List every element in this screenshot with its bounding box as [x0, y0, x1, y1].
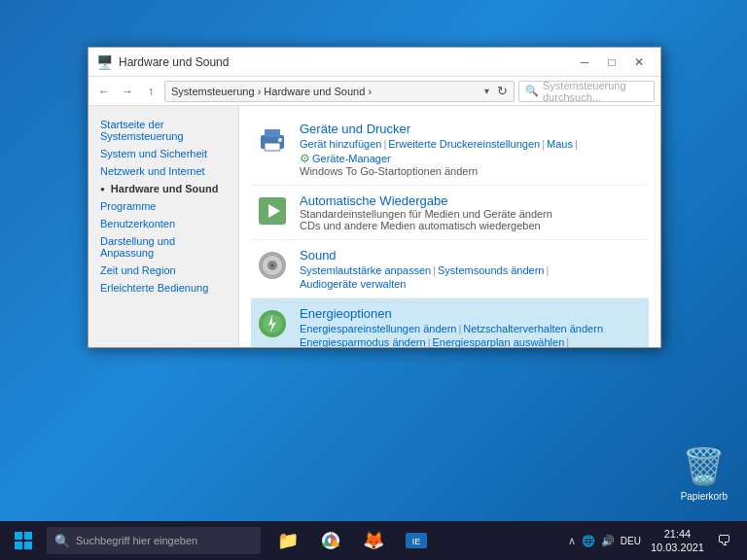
energy-links: Energiespareinstellungen ändern | Netzsc… [300, 323, 645, 334]
sidebar-item-hardware[interactable]: ● Hardware und Sound [89, 180, 238, 197]
link-energiespar-einstellungen[interactable]: Energiespareinstellungen ändern [300, 323, 456, 334]
sidebar-item-label: Darstellung und Anpassung [100, 235, 227, 259]
energy-title[interactable]: Energieoptionen [300, 306, 645, 321]
energy-content: Energieoptionen Energiespareinstellungen… [300, 306, 645, 347]
devices-icon [255, 122, 290, 157]
autoplay-title[interactable]: Automatische Wiedergabe [300, 193, 645, 208]
sidebar-item-zeit[interactable]: Zeit und Region [89, 262, 238, 279]
taskbar-search[interactable]: 🔍 Suchbegriff hier eingeben [47, 527, 261, 554]
svg-rect-15 [15, 542, 22, 549]
link-energiesparmodus[interactable]: Energiesparmodus ändern [300, 336, 426, 347]
section-sound: Sound Systemlautstärke anpassen | System… [251, 240, 649, 298]
link-geraete-manager[interactable]: Geräte-Manager [312, 153, 391, 164]
section-devices: Geräte und Drucker Gerät hinzufügen | Er… [251, 114, 649, 186]
refresh-button[interactable]: ↻ [497, 84, 508, 98]
window-title-icon: 🖥️ [96, 54, 113, 70]
sidebar-item-label: Netzwerk und Internet [100, 165, 205, 177]
recycle-bin[interactable]: 🗑️ Papierkorb [681, 446, 728, 502]
hardware-und-sound-window: 🖥️ Hardware und Sound ─ □ ✕ ← → ↑ System… [88, 47, 661, 348]
taskbar-search-placeholder: Suchbegriff hier eingeben [76, 535, 197, 546]
breadcrumb: Systemsteuerung › Hardware und Sound › [171, 86, 372, 97]
taskbar-explorer-icon[interactable]: 📁 [268, 521, 307, 560]
autoplay-desc1: Standardeinstellungen für Medien und Ger… [300, 208, 645, 220]
minimize-button[interactable]: ─ [571, 49, 598, 76]
sound-icon [255, 248, 290, 283]
search-icon: 🔍 [525, 85, 539, 97]
sound-content: Sound Systemlautstärke anpassen | System… [300, 248, 645, 290]
energy-links2: Energiesparmodus ändern | Energiesparpla… [300, 336, 645, 347]
sidebar-item-label: Startseite der Systemsteuerung [100, 119, 227, 142]
language-badge[interactable]: DEU [621, 536, 641, 546]
systray: ∧ 🌐 🔊 DEU [568, 535, 641, 547]
clock-date: 10.03.2021 [651, 541, 704, 554]
autoplay-icon [255, 193, 290, 228]
sidebar-item-benutzerkonten[interactable]: Benutzerkonten [89, 215, 238, 232]
svg-rect-1 [265, 129, 280, 137]
sidebar-item-label: Zeit und Region [100, 264, 176, 276]
svg-rect-16 [24, 542, 32, 549]
link-energiesparplan-waehlen[interactable]: Energiesparplan auswählen [433, 336, 565, 347]
svg-point-3 [278, 138, 282, 142]
taskbar-firefox-icon[interactable]: 🦊 [354, 521, 393, 560]
desktop: 🗑️ Papierkorb 🖥️ Hardware und Sound ─ □ … [0, 0, 747, 560]
link-geraet-hinzufuegen[interactable]: Gerät hinzufügen [300, 138, 381, 150]
link-netzschalter[interactable]: Netzschalterverhalten ändern [463, 323, 603, 334]
link-systemlautstaerke[interactable]: Systemlautstärke anpassen [300, 264, 431, 276]
nav-up-button[interactable]: ↑ [141, 80, 160, 103]
search-box[interactable]: 🔍 Systemsteuerung durchsuch... [518, 81, 655, 102]
address-bar: ← → ↑ Systemsteuerung › Hardware und Sou… [89, 77, 660, 106]
nav-back-button[interactable]: ← [94, 80, 114, 103]
svg-rect-2 [265, 143, 280, 151]
sidebar-item-system[interactable]: System und Sicherheit [89, 145, 238, 162]
taskbar-clock: 21:44 10.03.2021 [651, 527, 704, 555]
address-chevron-icon: ▾ [484, 86, 489, 96]
taskbar-right: ∧ 🌐 🔊 DEU 21:44 10.03.2021 🗨 [568, 521, 747, 560]
svg-text:IE: IE [412, 537, 421, 546]
start-button[interactable] [0, 521, 47, 560]
svg-rect-13 [15, 532, 22, 540]
devices-links: Gerät hinzufügen | Erweiterte Druckerein… [300, 138, 645, 165]
nav-forward-button[interactable]: → [118, 80, 137, 103]
close-button[interactable]: ✕ [625, 49, 653, 76]
sidebar-item-startseite[interactable]: Startseite der Systemsteuerung [89, 116, 238, 145]
notification-button[interactable]: 🗨 [708, 521, 739, 560]
maximize-button[interactable]: □ [598, 49, 625, 76]
sidebar-item-label: Programme [100, 200, 156, 212]
sidebar-item-label: Benutzerkonten [100, 218, 175, 229]
devices-desc: Windows To Go-Startoptionen ändern [300, 165, 645, 177]
systray-arrow-icon[interactable]: ∧ [568, 535, 576, 547]
main-content: Geräte und Drucker Gerät hinzufügen | Er… [239, 106, 660, 347]
sidebar-item-darstellung[interactable]: Darstellung und Anpassung [89, 232, 238, 262]
link-audiogeraete[interactable]: Audiogeräte verwalten [300, 278, 406, 290]
sidebar: Startseite der Systemsteuerung System un… [89, 106, 239, 347]
systray-volume-icon[interactable]: 🔊 [601, 535, 615, 547]
window-controls: ─ □ ✕ [571, 49, 653, 76]
systray-network-icon: 🌐 [582, 535, 595, 547]
link-druckereinstellungen[interactable]: Erweiterte Druckereinstellungen [388, 138, 540, 150]
link-systemsounds[interactable]: Systemsounds ändern [438, 264, 544, 276]
address-box[interactable]: Systemsteuerung › Hardware und Sound › ▾… [164, 81, 515, 102]
devices-title[interactable]: Geräte und Drucker [300, 122, 645, 136]
sidebar-item-erleichterte[interactable]: Erleichterte Bedienung [89, 279, 238, 297]
svg-point-9 [270, 263, 274, 267]
sidebar-item-netzwerk[interactable]: Netzwerk und Internet [89, 162, 238, 180]
sidebar-item-label: Hardware und Sound [111, 183, 219, 194]
autoplay-desc2: CDs und andere Medien automatisch wieder… [300, 220, 645, 231]
autoplay-content: Automatische Wiedergabe Standardeinstell… [300, 193, 645, 231]
svg-rect-14 [24, 532, 32, 540]
link-maus[interactable]: Maus [547, 138, 573, 150]
window-title: Hardware und Sound [119, 55, 565, 69]
sound-links: Systemlautstärke anpassen | Systemsounds… [300, 264, 645, 290]
window-body: Startseite der Systemsteuerung System un… [89, 106, 660, 347]
geraete-manager-icon: ⚙ [300, 152, 310, 165]
recycle-bin-icon: 🗑️ [682, 446, 726, 487]
sidebar-item-programme[interactable]: Programme [89, 197, 238, 215]
taskbar-app4-icon[interactable]: IE [397, 521, 436, 560]
sound-title[interactable]: Sound [300, 248, 645, 262]
window-titlebar: 🖥️ Hardware und Sound ─ □ ✕ [89, 48, 660, 77]
sidebar-item-label: System und Sicherheit [100, 148, 207, 159]
search-placeholder: Systemsteuerung durchsuch... [543, 80, 648, 103]
taskbar-chrome-icon[interactable] [311, 521, 350, 560]
recycle-bin-label: Papierkorb [681, 491, 728, 502]
section-energy: Energieoptionen Energiespareinstellungen… [251, 298, 649, 347]
